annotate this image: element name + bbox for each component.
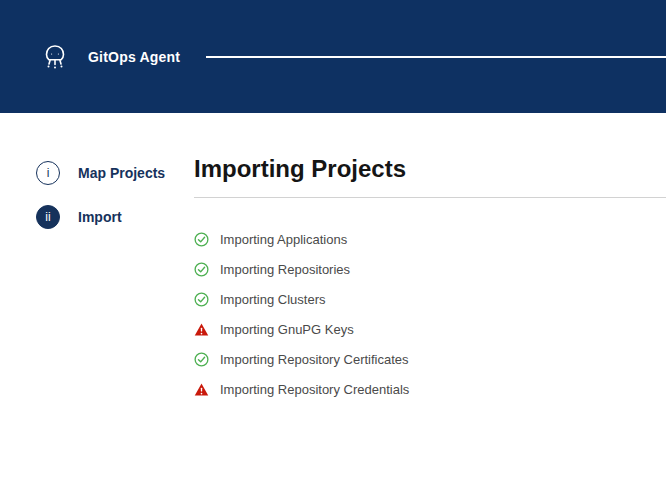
status-item: Importing Clusters: [194, 292, 666, 307]
check-circle-icon: [194, 292, 209, 307]
app-header: GitOps Agent: [0, 0, 666, 113]
wizard-step-import[interactable]: iiImport: [36, 205, 194, 229]
wizard-steps: iMap ProjectsiiImport: [0, 155, 194, 412]
wizard-step-map-projects[interactable]: iMap Projects: [36, 161, 194, 185]
step-numeral: ii: [36, 205, 60, 229]
check-circle-icon: [194, 262, 209, 277]
status-label: Importing Repository Credentials: [220, 382, 409, 397]
status-label: Importing Applications: [220, 232, 347, 247]
status-label: Importing GnuPG Keys: [220, 322, 354, 337]
status-item: Importing GnuPG Keys: [194, 322, 666, 337]
status-item: Importing Applications: [194, 232, 666, 247]
step-numeral: i: [36, 161, 60, 185]
step-label: Map Projects: [78, 165, 165, 181]
app-window: GitOps Agent iMap ProjectsiiImport Impor…: [0, 0, 666, 483]
page-title: Importing Projects: [194, 155, 666, 183]
header-divider: [206, 56, 666, 58]
status-label: Importing Clusters: [220, 292, 325, 307]
import-status-list: Importing ApplicationsImporting Reposito…: [194, 232, 666, 397]
status-item: Importing Repositories: [194, 262, 666, 277]
title-divider: [194, 197, 666, 198]
status-label: Importing Repository Certificates: [220, 352, 409, 367]
content-area: iMap ProjectsiiImport Importing Projects…: [0, 113, 666, 412]
warning-triangle-icon: [194, 322, 209, 337]
octopus-logo-icon: [38, 40, 72, 74]
status-label: Importing Repositories: [220, 262, 350, 277]
step-label: Import: [78, 209, 122, 225]
status-item: Importing Repository Credentials: [194, 382, 666, 397]
warning-triangle-icon: [194, 382, 209, 397]
status-item: Importing Repository Certificates: [194, 352, 666, 367]
main-panel: Importing Projects Importing Application…: [194, 155, 666, 412]
check-circle-icon: [194, 352, 209, 367]
check-circle-icon: [194, 232, 209, 247]
app-title: GitOps Agent: [88, 49, 180, 65]
